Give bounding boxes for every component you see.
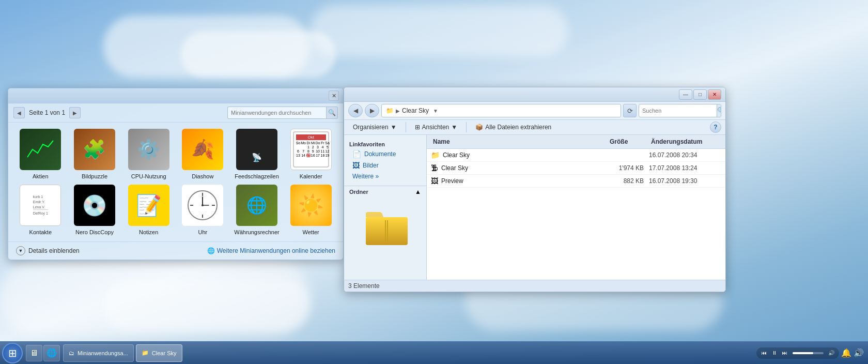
widget-bildpuzzle[interactable]: 🧩 Bildpuzzle [70, 129, 119, 179]
organize-label: Organisieren [353, 124, 389, 131]
panel-search-input[interactable] [228, 107, 326, 118]
taskbar: ⊞ 🖥 🌐 🗂 Minianwendungsa... 📁 Clear Sky [0, 341, 868, 364]
explorer-search-box: 🔍 [639, 104, 721, 117]
show-desktop-button[interactable]: 🖥 [26, 345, 42, 361]
organize-button[interactable]: Organisieren ▼ [348, 122, 401, 133]
explorer-toolbar: Organisieren ▼ ⊞ Ansichten ▼ 📦 Alle Date… [344, 120, 725, 135]
taskbar-quick-launch: 🖥 🌐 [26, 345, 60, 361]
close-button[interactable]: ✕ [708, 89, 721, 100]
image-icon-1: 🖼 [431, 177, 438, 185]
extract-label: Alle Dateien extrahieren [485, 124, 551, 131]
file-row-2[interactable]: 🗜 Clear Sky 1'974 KB 17.07.2008 13:24 [427, 162, 725, 175]
view-dropdown-icon: ▼ [451, 124, 457, 131]
view-button[interactable]: ⊞ Ansichten ▼ [410, 122, 462, 133]
filelist-rows: 📁 Clear Sky 16.07.2008 20:34 🗜 Clear Sky… [427, 149, 725, 280]
widget-aktien-label: Aktien [33, 173, 49, 179]
widget-uhr[interactable]: Uhr [178, 185, 227, 235]
volume-slider[interactable] [793, 352, 824, 354]
col-name[interactable]: Name [431, 137, 608, 146]
widget-waehrung[interactable]: 🌐 Währungsrechner [233, 185, 282, 235]
file-date-1: 16.07.2008 20:34 [649, 151, 721, 159]
widget-feed-label: Feedschlagzeilen [235, 173, 279, 179]
widget-cpu[interactable]: ⚙️ CPU-Nutzung [124, 129, 173, 179]
extract-button[interactable]: 📦 Alle Dateien extrahieren [471, 122, 556, 133]
taskbar-apps: 🗂 Minianwendungsa... 📁 Clear Sky [63, 344, 182, 362]
file-date-2: 17.07.2008 13:24 [649, 164, 721, 172]
details-toggle-icon: ▼ [16, 246, 25, 255]
help-button[interactable]: ? [710, 122, 721, 133]
widget-wetter[interactable]: ☀️ Wetter [286, 185, 335, 235]
address-breadcrumb[interactable]: 📁 ▶ Clear Sky ▼ [381, 104, 621, 117]
panel-footer: ▼ Details einblenden 🌐 Weitere Minianwen… [8, 241, 343, 260]
explorer-filelist: Name Größe Änderungsdatum 📁 Clear Sky 16… [427, 135, 725, 280]
panel-search-button[interactable]: 🔍 [326, 107, 337, 118]
refresh-button[interactable]: ⟳ [623, 104, 637, 117]
widget-feed[interactable]: 📡 Feedschlagzeilen [233, 129, 282, 179]
file-size-3: 882 KB [608, 177, 649, 185]
folder-icon-1: 📁 [431, 151, 440, 159]
widget-waehrung-icon: 🌐 [236, 185, 277, 226]
widget-notizen[interactable]: 📝 Notizen [124, 185, 173, 235]
widget-kontakte[interactable]: kurb 1 Emilr Y. Lena V. DefRoy 1 Kontakt… [16, 185, 65, 235]
widget-feed-icon: 📡 [236, 129, 277, 170]
widget-cpu-icon: ⚙️ [128, 129, 169, 170]
col-date[interactable]: Änderungsdatum [649, 137, 721, 146]
sidebar-bilder[interactable]: 🖼 Bilder [344, 160, 426, 171]
tray-icons: 🔔 🔊 [841, 348, 864, 358]
file-label-2: Clear Sky [441, 164, 468, 172]
widget-aktien-icon [20, 129, 61, 170]
sidebar-dokumente[interactable]: 📄 Dokumente [344, 148, 426, 160]
file-name-3: 🖼 Preview [431, 177, 608, 185]
explorer-search-input[interactable] [639, 108, 717, 114]
view-icon: ⊞ [415, 124, 420, 131]
details-toggle-label: Details einblenden [28, 247, 80, 254]
taskbar-app-gadgets[interactable]: 🗂 Minianwendungsa... [63, 344, 134, 362]
media-prev-button[interactable]: ⏮ [760, 348, 769, 358]
folder-thumbnail [365, 208, 406, 244]
file-row-1[interactable]: 📁 Clear Sky 16.07.2008 20:34 [427, 149, 725, 162]
taskbar-app-clearsky[interactable]: 📁 Clear Sky [136, 344, 182, 362]
cloud-5 [103, 279, 310, 331]
widget-kalender[interactable]: Okt SoMoDiMiDoFrSa 12345 6789101112 1314… [286, 129, 335, 179]
widget-uhr-label: Uhr [198, 229, 207, 235]
file-row-3[interactable]: 🖼 Preview 882 KB 16.07.2008 19:30 [427, 175, 725, 188]
widget-waehrung-label: Währungsrechner [234, 229, 279, 235]
panel-close-button[interactable]: ✕ [329, 90, 339, 101]
forward-button[interactable]: ▶ [365, 104, 379, 117]
media-play-button[interactable]: ⏸ [770, 348, 779, 358]
widget-wetter-label: Wetter [303, 229, 319, 235]
back-button[interactable]: ◀ [348, 104, 363, 117]
nav-prev-button[interactable]: ◀ [13, 107, 25, 118]
widget-nero[interactable]: 💿 Nero DiscCopy [70, 185, 119, 235]
folder-thumb-area [344, 198, 426, 254]
nav-next-button[interactable]: ▶ [69, 107, 81, 118]
maximize-button[interactable]: □ [693, 89, 707, 100]
online-link[interactable]: 🌐 Weitere Minianwendungen online beziehe… [207, 247, 335, 254]
explorer-search-button[interactable]: 🔍 [717, 104, 721, 117]
media-next-button[interactable]: ⏭ [780, 348, 789, 358]
network-tray-icon[interactable]: 🔔 [841, 348, 851, 358]
page-indicator: Seite 1 von 1 [29, 109, 65, 116]
col-size[interactable]: Größe [608, 137, 649, 146]
ordner-section[interactable]: Ordner ▲ [344, 186, 426, 198]
volume-icon[interactable]: 🔊 [827, 348, 836, 358]
volume-fill [793, 352, 813, 354]
archive-icon-1: 🗜 [431, 164, 438, 172]
browser-button[interactable]: 🌐 [43, 345, 60, 361]
widget-aktien[interactable]: Aktien [16, 129, 65, 179]
widget-kontakte-label: Kontakte [29, 229, 52, 235]
details-toggle[interactable]: ▼ Details einblenden [16, 246, 80, 255]
widget-notizen-label: Notizen [139, 229, 158, 235]
gadgets-app-label: Minianwendungsa... [78, 350, 128, 356]
widget-nero-icon: 💿 [74, 185, 115, 226]
widget-diashow[interactable]: 🍂 Diashow [178, 129, 227, 179]
volume-tray-icon[interactable]: 🔊 [854, 348, 864, 358]
sidebar-more[interactable]: Weitere » [344, 171, 426, 181]
cloud-3 [310, 5, 568, 57]
breadcrumb-separator: ▶ [396, 108, 400, 114]
file-label-1: Clear Sky [443, 151, 470, 159]
panel-header: ✕ [8, 88, 343, 103]
widget-bildpuzzle-label: Bildpuzzle [82, 173, 107, 179]
start-button[interactable]: ⊞ [2, 343, 23, 363]
minimize-button[interactable]: — [679, 89, 692, 100]
